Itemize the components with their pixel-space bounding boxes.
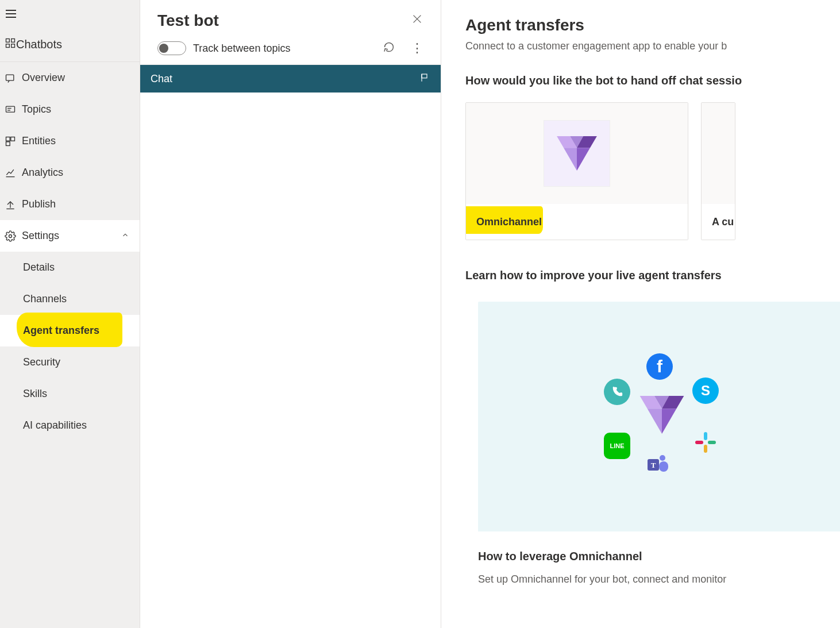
topics-icon — [5, 104, 22, 115]
sidebar-sub-label: Security — [23, 356, 60, 368]
sidebar-item-publish[interactable]: Publish — [0, 188, 140, 220]
sidebar-sub-ai-capabilities[interactable]: AI capabilities — [0, 410, 140, 441]
page-subtitle: Connect to a customer engagement app to … — [465, 40, 840, 52]
sidebar-item-label: Entities — [22, 135, 56, 147]
card-omnichannel-label: Omnichannel — [476, 216, 542, 228]
svg-marker-20 — [577, 148, 590, 171]
svg-rect-2 — [6, 44, 10, 48]
publish-icon — [5, 199, 22, 210]
card-custom-label: A cu — [712, 216, 734, 228]
learn-card-graphic: f S LINE T — [478, 302, 840, 531]
chat-tab-label[interactable]: Chat — [151, 73, 172, 85]
chat-tab-bar: Chat — [140, 65, 441, 93]
sidebar-item-settings[interactable]: Settings — [0, 220, 140, 252]
sidebar-sub-channels[interactable]: Channels — [0, 283, 140, 315]
track-toggle[interactable] — [157, 41, 186, 55]
svg-marker-32 — [648, 409, 662, 434]
svg-marker-19 — [564, 148, 577, 171]
sidebar: Chatbots Overview Topics Entities Analyt… — [0, 0, 140, 628]
gear-icon — [5, 230, 22, 242]
svg-text:T: T — [651, 461, 656, 469]
svg-rect-3 — [11, 44, 15, 48]
hamburger-icon[interactable] — [5, 8, 17, 20]
svg-rect-24 — [695, 441, 703, 444]
svg-rect-4 — [6, 75, 14, 80]
sidebar-sub-agent-transfers[interactable]: Agent transfers — [0, 315, 140, 346]
page-title: Agent transfers — [465, 16, 840, 34]
line-icon: LINE — [604, 433, 630, 459]
sidebar-item-topics[interactable]: Topics — [0, 94, 140, 125]
speech-icon — [5, 72, 22, 84]
sidebar-sub-label: Agent transfers — [23, 325, 99, 337]
teams-icon: T — [645, 452, 672, 479]
skype-icon: S — [692, 377, 719, 404]
test-bot-pane: Test bot Track between topics ⋮ Chat — [140, 0, 441, 628]
sidebar-sub-label: Details — [23, 261, 55, 273]
facebook-icon: f — [646, 353, 673, 380]
svg-rect-8 — [6, 137, 10, 141]
learn-card-body: Set up Omnichannel for your bot, connect… — [478, 573, 840, 585]
sidebar-chatbots-label: Chatbots — [16, 38, 62, 51]
analytics-icon — [5, 167, 22, 179]
svg-rect-5 — [6, 106, 15, 112]
more-icon[interactable]: ⋮ — [411, 42, 423, 55]
svg-point-27 — [660, 455, 665, 461]
sidebar-sub-skills[interactable]: Skills — [0, 378, 140, 410]
chevron-up-icon — [121, 230, 129, 242]
svg-rect-9 — [11, 137, 15, 141]
sidebar-item-analytics[interactable]: Analytics — [0, 157, 140, 188]
sidebar-item-label: Topics — [22, 103, 51, 115]
svg-rect-23 — [704, 445, 707, 453]
sidebar-item-overview[interactable]: Overview — [0, 62, 140, 94]
sidebar-item-label: Analytics — [22, 167, 63, 179]
svg-rect-28 — [659, 461, 668, 472]
sidebar-sub-security[interactable]: Security — [0, 346, 140, 378]
sidebar-item-label: Publish — [22, 198, 56, 210]
svg-rect-21 — [704, 432, 707, 440]
card-custom[interactable]: A cu — [701, 102, 735, 240]
svg-rect-22 — [708, 441, 716, 444]
close-icon[interactable] — [411, 13, 423, 29]
track-toggle-label: Track between topics — [193, 43, 290, 55]
svg-marker-33 — [662, 409, 676, 434]
chat-body[interactable] — [140, 93, 441, 628]
phone-icon — [604, 379, 630, 405]
content-area: Agent transfers Connect to a customer en… — [441, 0, 840, 628]
sidebar-item-entities[interactable]: Entities — [0, 125, 140, 157]
omnichannel-logo-icon — [544, 120, 610, 187]
sidebar-sub-label: Skills — [23, 388, 47, 400]
sidebar-heading-chatbots[interactable]: Chatbots — [0, 28, 140, 62]
reload-icon[interactable] — [383, 41, 395, 55]
card-omnichannel[interactable]: Omnichannel — [465, 102, 688, 240]
entities-icon — [5, 136, 22, 147]
sidebar-sub-label: Channels — [23, 293, 67, 305]
svg-point-11 — [9, 234, 12, 237]
svg-rect-14 — [422, 74, 427, 78]
sidebar-settings-label: Settings — [22, 230, 59, 242]
svg-rect-1 — [11, 39, 15, 43]
omnichannel-heart-icon — [639, 396, 684, 436]
svg-rect-10 — [6, 141, 10, 145]
flag-icon[interactable] — [420, 72, 430, 86]
svg-rect-0 — [6, 39, 10, 43]
slack-icon — [692, 429, 719, 456]
sidebar-item-label: Overview — [22, 72, 65, 84]
sidebar-sub-details[interactable]: Details — [0, 252, 140, 283]
test-bot-title: Test bot — [157, 11, 219, 30]
handoff-heading: How would you like the bot to hand off c… — [465, 74, 840, 87]
learn-heading: Learn how to improve your live agent tra… — [465, 269, 840, 282]
sidebar-sub-label: AI capabilities — [23, 419, 87, 431]
grid-icon — [5, 37, 16, 52]
learn-card-title: How to leverage Omnichannel — [478, 550, 840, 563]
